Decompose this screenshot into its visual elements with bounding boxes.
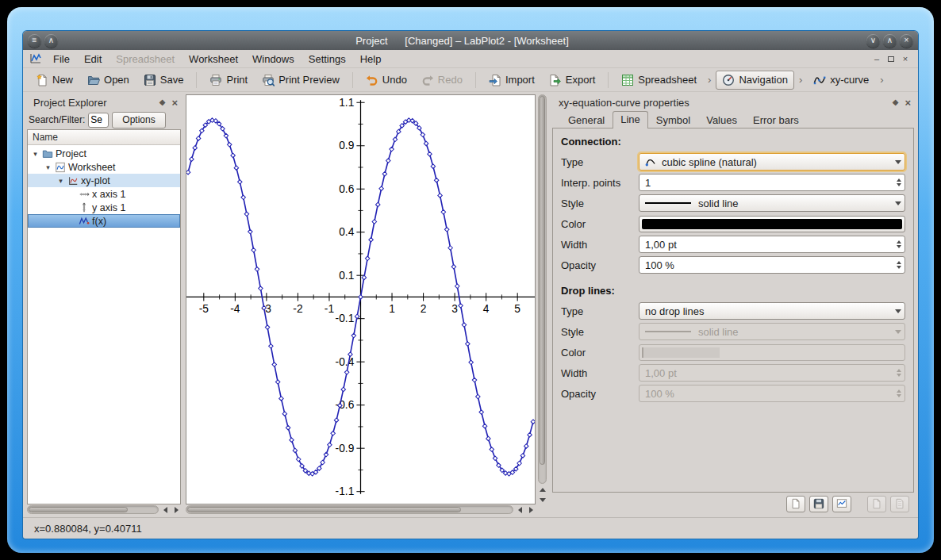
tree-column-header[interactable]: Name <box>28 130 180 145</box>
line-opacity-spinbox[interactable]: 100 % <box>639 256 905 274</box>
restore-icon <box>888 56 894 62</box>
xy-plot-icon <box>67 175 79 186</box>
worksheet-canvas[interactable]: -5-4-3-2-1123451.10.90.60.40.1-0.1-0.4-0… <box>186 94 536 504</box>
scroll-down-button[interactable] <box>538 496 547 504</box>
print-button[interactable]: Print <box>203 71 254 90</box>
expander-icon[interactable]: ▾ <box>31 150 40 158</box>
worksheet-h-scrollbar[interactable] <box>186 504 547 515</box>
toolbar-overflow-icon[interactable]: › <box>880 74 883 86</box>
menu-windows[interactable]: Windows <box>246 52 301 67</box>
menu-edit[interactable]: Edit <box>78 52 108 67</box>
save-button[interactable]: Save <box>137 71 190 90</box>
drop-color-button[interactable] <box>639 344 905 361</box>
load-template-button[interactable] <box>786 496 805 512</box>
svg-text:1: 1 <box>389 303 395 315</box>
close-dock-icon[interactable]: × <box>171 98 178 108</box>
connection-type-select[interactable]: cubic spline (natural) <box>639 153 905 171</box>
drop-opacity-spinbox[interactable]: 100 % <box>639 385 905 402</box>
menu-file[interactable]: File <box>47 52 76 67</box>
toolbar-overflow-icon[interactable]: › <box>708 74 711 86</box>
scrollbar-track[interactable] <box>27 505 159 514</box>
titlebar[interactable]: ≡ ∧ Project [Changed] – LabPlot2 - [Work… <box>23 31 918 50</box>
search-filter-label: Search/Filter: <box>29 114 85 125</box>
scrollbar-track[interactable] <box>538 94 547 484</box>
tree-item-y-axis[interactable]: y axis 1 <box>28 201 180 214</box>
menu-help[interactable]: Help <box>354 52 388 67</box>
mdi-restore-button[interactable] <box>885 53 897 64</box>
scrollbar-thumb[interactable] <box>540 96 545 465</box>
xy-curve-button[interactable]: xy-curve <box>807 71 875 90</box>
keep-above-button[interactable]: ∧ <box>44 34 58 48</box>
scroll-up-button[interactable] <box>538 485 547 494</box>
scrollbar-thumb[interactable] <box>187 507 461 512</box>
tree-item-x-axis[interactable]: x axis 1 <box>28 187 180 201</box>
print-preview-button-label: Print Preview <box>278 74 340 86</box>
tab-symbol[interactable]: Symbol <box>648 112 698 128</box>
menu-settings[interactable]: Settings <box>302 52 352 67</box>
float-dock-icon[interactable]: ◆ <box>893 98 899 106</box>
line-style-label: Style <box>561 198 639 209</box>
mdi-minimize-button[interactable]: – <box>870 53 883 64</box>
tree-item-worksheet[interactable]: ▾ Worksheet <box>28 160 180 174</box>
tab-error-bars[interactable]: Error bars <box>745 112 807 128</box>
import-button[interactable]: Import <box>482 71 541 90</box>
float-dock-icon[interactable]: ◆ <box>159 98 166 106</box>
print-preview-button[interactable]: Print Preview <box>255 71 346 90</box>
spin-buttons[interactable] <box>897 369 901 377</box>
new-button[interactable]: New <box>29 71 79 90</box>
copy-button[interactable] <box>867 496 886 512</box>
tab-general[interactable]: General <box>560 112 613 128</box>
spin-buttons[interactable] <box>897 178 901 186</box>
worksheet-v-scrollbar[interactable] <box>537 94 547 504</box>
tab-values[interactable]: Values <box>698 112 745 128</box>
toolbar-overflow-icon[interactable]: › <box>799 74 802 86</box>
xy-plot-canvas[interactable]: -5-4-3-2-1123451.10.90.60.40.1-0.1-0.4-0… <box>186 95 535 504</box>
tree-item-project[interactable]: ▾ Project <box>28 147 180 160</box>
window-menu-button[interactable]: ≡ <box>28 34 41 48</box>
search-filter-input[interactable] <box>88 113 109 128</box>
menu-worksheet[interactable]: Worksheet <box>182 52 244 67</box>
scroll-right-button[interactable] <box>526 505 536 514</box>
export-button[interactable]: Export <box>543 71 602 90</box>
undo-button[interactable]: Undo <box>359 71 413 90</box>
line-color-button[interactable] <box>639 216 905 232</box>
open-button[interactable]: Open <box>81 71 136 90</box>
redo-button[interactable]: Redo <box>415 71 469 90</box>
navigation-button[interactable]: Navigation <box>716 71 793 90</box>
minimize-button[interactable]: ∨ <box>866 34 880 48</box>
apply-template-button[interactable] <box>832 496 851 512</box>
drop-width-spinbox[interactable]: 1,00 pt <box>639 364 905 382</box>
import-icon <box>489 74 501 86</box>
interp-points-spinbox[interactable]: 1 <box>639 174 905 191</box>
scroll-left-button[interactable] <box>160 505 170 514</box>
menu-spreadsheet[interactable]: Spreadsheet <box>109 52 181 67</box>
maximize-button[interactable]: ∧ <box>883 34 897 48</box>
save-template-button[interactable] <box>809 496 828 512</box>
scroll-right-button[interactable] <box>171 505 181 514</box>
undo-button-label: Undo <box>382 74 407 86</box>
spin-buttons[interactable] <box>897 261 901 269</box>
spreadsheet-button[interactable]: Spreadsheet <box>615 71 703 90</box>
scrollbar-track[interactable] <box>186 505 513 514</box>
paste-button[interactable] <box>890 496 909 512</box>
scroll-left-button[interactable] <box>515 505 524 514</box>
explorer-h-scrollbar[interactable] <box>27 504 181 515</box>
close-dock-icon[interactable]: × <box>905 98 911 108</box>
scrollbar-thumb[interactable] <box>29 507 128 512</box>
mdi-close-button[interactable]: × <box>899 53 912 64</box>
tab-line[interactable]: Line <box>613 111 648 128</box>
expander-icon[interactable]: ▾ <box>44 163 52 171</box>
expander-icon[interactable]: ▾ <box>56 177 65 185</box>
drop-width-label: Width <box>561 367 639 379</box>
close-button[interactable]: × <box>900 34 913 48</box>
svg-text:-1.1: -1.1 <box>336 485 355 497</box>
line-style-select[interactable]: solid line <box>639 194 905 212</box>
tree-item-fx[interactable]: f(x) <box>28 214 180 228</box>
drop-type-select[interactable]: no drop lines <box>639 302 905 320</box>
spin-buttons[interactable] <box>897 240 901 248</box>
line-width-spinbox[interactable]: 1,00 pt <box>639 236 905 253</box>
tree-item-xy-plot[interactable]: ▾ xy-plot <box>28 174 180 187</box>
options-button[interactable]: Options <box>112 112 165 128</box>
drop-style-select[interactable]: solid line <box>639 323 905 340</box>
spin-buttons[interactable] <box>897 389 901 397</box>
